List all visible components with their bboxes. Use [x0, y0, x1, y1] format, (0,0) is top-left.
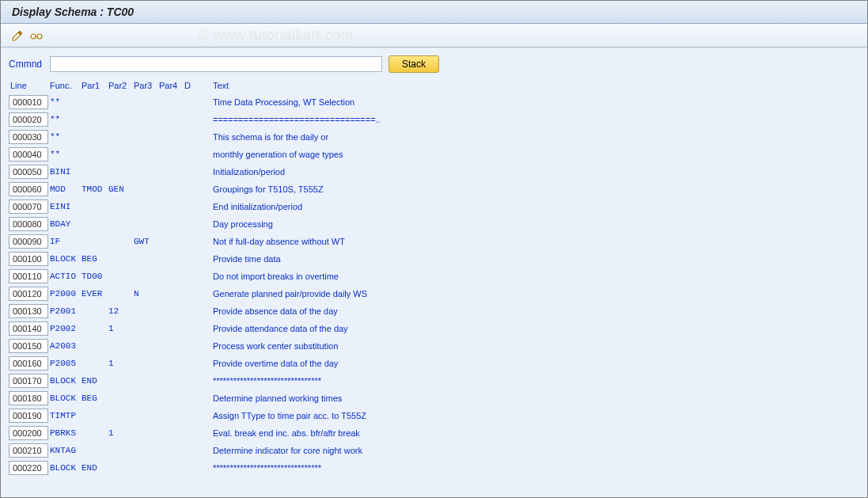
table-row: **This schema is for the daily or	[9, 128, 859, 146]
table-row: BLOCKBEGDetermine planned working times	[9, 390, 859, 407]
line-number-input[interactable]	[9, 426, 48, 440]
cell-text: Determine planned working times	[194, 390, 859, 407]
cell-par1: TD00	[81, 268, 108, 285]
cell-func: P2001	[50, 302, 81, 320]
cell-par1: TMOD	[81, 181, 108, 198]
cell-par1: BEG	[81, 250, 108, 268]
table-row: P20051Provide overtime data of the day	[9, 355, 859, 372]
cell-text: Provide absence data of the day	[194, 302, 859, 320]
table-row: ACTIOTD00Do not import breaks in overtim…	[9, 268, 859, 285]
cell-text: Time Data Processing, WT Selection	[194, 93, 859, 111]
table-row: **Time Data Processing, WT Selection	[9, 93, 859, 111]
window-title-bar: Display Schema : TC00	[1, 1, 867, 24]
cell-func: PBRKS	[50, 424, 81, 442]
cell-par1: BEG	[81, 390, 108, 407]
line-number-input[interactable]	[9, 409, 48, 423]
table-row: P200112Provide absence data of the day	[9, 302, 859, 320]
cell-text: Do not import breaks in overtime	[194, 268, 859, 285]
cell-text: Process work center substitution	[194, 337, 859, 355]
header-par3: Par3	[134, 81, 159, 90]
svg-point-0	[31, 34, 36, 39]
cell-text: Groupings for T510S, T555Z	[194, 181, 859, 198]
line-number-input[interactable]	[9, 461, 48, 475]
cell-func: A2003	[50, 337, 81, 355]
line-number-input[interactable]	[9, 443, 48, 458]
command-row: Cmmnd Stack	[9, 55, 859, 73]
line-number-input[interactable]	[9, 269, 48, 283]
cell-func: P2000	[50, 285, 81, 302]
header-func: Func.	[50, 81, 81, 90]
table-row: P20021Provide attendance data of the day	[9, 320, 859, 337]
table-row: BINIInitialization/period	[9, 163, 859, 181]
line-number-input[interactable]	[9, 356, 48, 371]
line-number-input[interactable]	[9, 95, 48, 109]
svg-point-1	[37, 34, 42, 39]
table-row: EINIEnd initialization/period	[9, 198, 859, 215]
line-number-input[interactable]	[9, 304, 48, 318]
cell-func: **	[50, 128, 81, 146]
cell-text: Day processing	[194, 215, 859, 233]
line-number-input[interactable]	[9, 374, 48, 388]
line-number-input[interactable]	[9, 182, 48, 196]
line-number-input[interactable]	[9, 165, 48, 179]
cell-text: monthly generation of wage types	[194, 146, 859, 163]
table-row: MODTMODGENGroupings for T510S, T555Z	[9, 181, 859, 198]
header-par2: Par2	[108, 81, 134, 90]
line-number-input[interactable]	[9, 287, 48, 301]
line-number-input[interactable]	[9, 112, 48, 127]
table-row: PBRKS1Eval. break end inc. abs. bfr/aftr…	[9, 424, 859, 442]
cell-text: Not if full-day absence without WT	[194, 233, 859, 250]
cell-func: **	[50, 111, 81, 128]
stack-button[interactable]: Stack	[389, 55, 439, 73]
cell-func: P2002	[50, 320, 81, 337]
cell-func: BLOCK	[50, 459, 81, 477]
header-par4: Par4	[159, 81, 184, 90]
cell-func: BINI	[50, 163, 81, 181]
cell-func: BLOCK	[50, 250, 81, 268]
cell-text: Provide attendance data of the day	[194, 320, 859, 337]
cell-func: ACTIO	[50, 268, 81, 285]
table-row: KNTAGDetermine indicator for core night …	[9, 442, 859, 459]
table-row: A2003Process work center substitution	[9, 337, 859, 355]
cell-par2: GEN	[108, 181, 134, 198]
cell-func: KNTAG	[50, 442, 81, 459]
table-row: IFGWTNot if full-day absence without WT	[9, 233, 859, 250]
cell-func: **	[50, 146, 81, 163]
cell-text: Provide time data	[194, 250, 859, 268]
line-number-input[interactable]	[9, 234, 48, 249]
cell-func: BDAY	[50, 215, 81, 233]
table-row: **monthly generation of wage types	[9, 146, 859, 163]
toolbar: © www.tutorialkart.com	[1, 24, 867, 48]
table-row: BLOCKEND********************************	[9, 459, 859, 477]
cell-par1: END	[81, 459, 108, 477]
cell-text: This schema is for the daily or	[194, 128, 859, 146]
cell-par2: 12	[108, 302, 134, 320]
table-row: BLOCKEND********************************	[9, 372, 859, 390]
line-number-input[interactable]	[9, 130, 48, 144]
line-number-input[interactable]	[9, 147, 48, 162]
table-row: TIMTPAssign TType to time pair acc. to T…	[9, 407, 859, 424]
cell-text: Initialization/period	[194, 163, 859, 181]
cell-text: ********************************	[194, 372, 859, 390]
cell-func: IF	[50, 233, 81, 250]
table-row: BLOCKBEGProvide time data	[9, 250, 859, 268]
line-number-input[interactable]	[9, 339, 48, 353]
header-line: Line	[9, 81, 50, 90]
line-number-input[interactable]	[9, 391, 48, 405]
line-number-input[interactable]	[9, 321, 48, 336]
cell-par2: 1	[108, 424, 134, 442]
cell-text: ================================..	[194, 111, 859, 128]
line-number-input[interactable]	[9, 200, 48, 214]
watermark-text: © www.tutorialkart.com	[199, 27, 353, 44]
line-number-input[interactable]	[9, 252, 48, 266]
cell-text: Provide overtime data of the day	[194, 355, 859, 372]
cell-par1: EVER	[81, 285, 108, 302]
line-number-input[interactable]	[9, 217, 48, 231]
cell-text: Eval. break end inc. abs. bfr/aftr break	[194, 424, 859, 442]
cell-func: P2005	[50, 355, 81, 372]
edit-pencil-icon[interactable]	[10, 29, 25, 43]
glasses-icon[interactable]	[29, 29, 44, 43]
schema-rows: **Time Data Processing, WT Selection**==…	[9, 93, 859, 477]
content-area: Cmmnd Stack Line Func. Par1 Par2 Par3 Pa…	[1, 48, 867, 498]
command-input[interactable]	[50, 56, 382, 72]
